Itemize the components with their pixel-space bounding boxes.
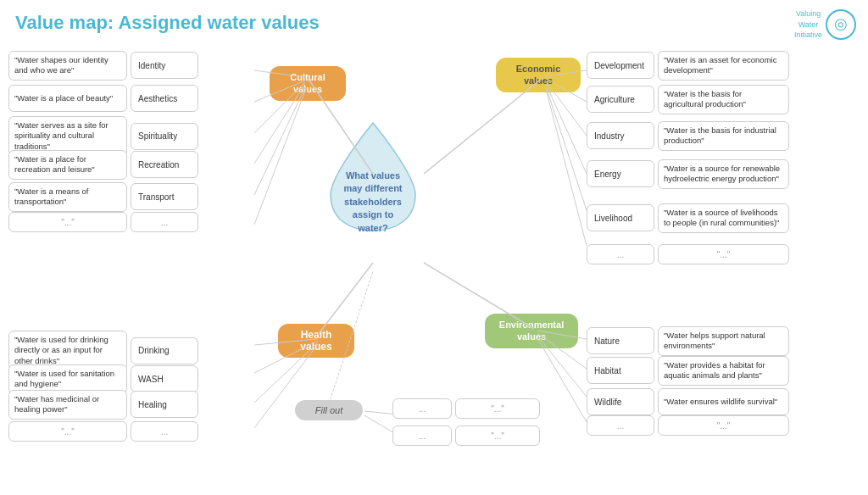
health-healing-label: Healing bbox=[131, 391, 198, 418]
economic-energy-row: Energy "Water is a source for renewable … bbox=[587, 159, 789, 189]
env-wildlife-label: Wildlife bbox=[587, 388, 654, 415]
svg-line-5 bbox=[254, 87, 305, 195]
cultural-transport-label: Transport bbox=[131, 183, 198, 210]
svg-line-11 bbox=[546, 84, 587, 174]
cultural-spirituality-label: Spirituality bbox=[131, 123, 198, 150]
health-values-category: Health values bbox=[278, 324, 354, 358]
logo-icon: ◎ bbox=[826, 9, 856, 40]
fillout-row1-desc: "..." bbox=[455, 398, 540, 419]
svg-line-6 bbox=[254, 91, 305, 225]
fillout-row2-desc: "..." bbox=[455, 425, 540, 446]
health-ellipsis-row: "..." ... bbox=[8, 421, 198, 442]
economic-livelihood-label: Livelihood bbox=[587, 204, 654, 231]
cultural-recreation-label: Recreation bbox=[131, 151, 198, 178]
health-healing-desc: "Water has medicinal or healing power" bbox=[8, 390, 127, 420]
economic-development-row: Development "Water is an asset for econo… bbox=[587, 51, 789, 81]
page-title: Value map: Assigned water values bbox=[15, 12, 320, 34]
env-nature-row: Nature "Water helps support natural envi… bbox=[587, 326, 789, 356]
cultural-identity-desc: "Water shapes our identity and who we ar… bbox=[8, 51, 127, 81]
economic-ellipsis-row: ... "..." bbox=[587, 244, 789, 264]
health-healing-row: "Water has medicinal or healing power" H… bbox=[8, 390, 198, 420]
logo-line2: Water bbox=[794, 19, 822, 31]
svg-line-7 bbox=[424, 78, 542, 174]
logo-area: Valuing Water Initiative ◎ bbox=[794, 8, 856, 41]
env-nature-label: Nature bbox=[587, 327, 654, 354]
env-habitat-desc: "Water provides a habitat for aquatic an… bbox=[658, 356, 789, 386]
economic-agriculture-desc: "Water is the basis for agricultural pro… bbox=[658, 85, 789, 114]
economic-industry-desc: "Water is the basis for industrial produ… bbox=[658, 121, 789, 151]
env-nature-desc: "Water helps support natural environment… bbox=[658, 326, 789, 356]
env-habitat-label: Habitat bbox=[587, 357, 654, 384]
env-ellipsis-desc: "..." bbox=[658, 415, 789, 436]
svg-line-13 bbox=[546, 89, 587, 246]
cultural-identity-label: Identity bbox=[131, 52, 198, 79]
economic-development-label: Development bbox=[587, 52, 654, 79]
cultural-transport-desc: "Water is a means of transportation" bbox=[8, 182, 127, 212]
fillout-category: Fill out bbox=[295, 400, 363, 420]
economic-ellipsis-label: ... bbox=[587, 244, 654, 264]
fillout-row1-label: ... bbox=[392, 398, 452, 419]
cultural-recreation-desc: "Water is a place for recreation and lei… bbox=[8, 150, 127, 180]
cultural-aesthetics-row: "Water is a place of beauty" Aesthetics bbox=[8, 85, 198, 112]
cultural-values-category: Cultural values bbox=[270, 66, 346, 101]
logo-line1: Valuing bbox=[794, 8, 822, 19]
economic-industry-label: Industry bbox=[587, 122, 654, 149]
health-drinking-label: Drinking bbox=[131, 337, 198, 364]
economic-industry-row: Industry "Water is the basis for industr… bbox=[587, 121, 789, 151]
economic-ellipsis-desc: "..." bbox=[658, 244, 789, 264]
center-question-text: What valuesmay differentstakeholdersassi… bbox=[314, 170, 432, 235]
economic-livelihood-desc: "Water is a source of livelihoods to peo… bbox=[658, 203, 789, 233]
svg-line-23 bbox=[537, 338, 587, 422]
economic-agriculture-row: Agriculture "Water is the basis for agri… bbox=[587, 85, 789, 114]
cultural-recreation-row: "Water is a place for recreation and lei… bbox=[8, 150, 198, 180]
logo-line3: Initiative bbox=[794, 30, 822, 41]
env-wildlife-row: Wildlife "Water ensures wildlife surviva… bbox=[587, 388, 789, 415]
health-ellipsis-desc: "..." bbox=[8, 421, 127, 442]
env-ellipsis-label: ... bbox=[587, 415, 654, 436]
cultural-ellipsis-desc: "..." bbox=[8, 212, 127, 232]
fillout-row-1: ... "..." bbox=[392, 398, 540, 419]
env-wildlife-desc: "Water ensures wildlife survival" bbox=[658, 388, 789, 415]
fillout-row2-label: ... bbox=[392, 425, 452, 446]
fillout-row-2: ... "..." bbox=[392, 425, 540, 446]
svg-line-12 bbox=[546, 86, 587, 210]
economic-livelihood-row: Livelihood "Water is a source of livelih… bbox=[587, 203, 789, 233]
economic-energy-label: Energy bbox=[587, 160, 654, 187]
economic-values-category: Economic values bbox=[496, 58, 581, 92]
env-habitat-row: Habitat "Water provides a habitat for aq… bbox=[587, 356, 789, 386]
economic-energy-desc: "Water is a source for renewable hydroel… bbox=[658, 159, 789, 189]
cultural-aesthetics-desc: "Water is a place of beauty" bbox=[8, 85, 127, 112]
cultural-ellipsis-label: ... bbox=[131, 212, 198, 232]
cultural-aesthetics-label: Aesthetics bbox=[131, 85, 198, 112]
cultural-ellipsis-row: "..." ... bbox=[8, 212, 198, 232]
economic-agriculture-label: Agriculture bbox=[587, 86, 654, 113]
health-ellipsis-label: ... bbox=[131, 421, 198, 442]
health-wash-label: WASH bbox=[131, 365, 198, 392]
economic-development-desc: "Water is an asset for economic developm… bbox=[658, 51, 789, 81]
env-ellipsis-row: ... "..." bbox=[587, 415, 789, 436]
cultural-identity-row: "Water shapes our identity and who we ar… bbox=[8, 51, 198, 81]
cultural-transport-row: "Water is a means of transportation" Tra… bbox=[8, 182, 198, 212]
environmental-values-category: Environmental values bbox=[485, 314, 578, 348]
